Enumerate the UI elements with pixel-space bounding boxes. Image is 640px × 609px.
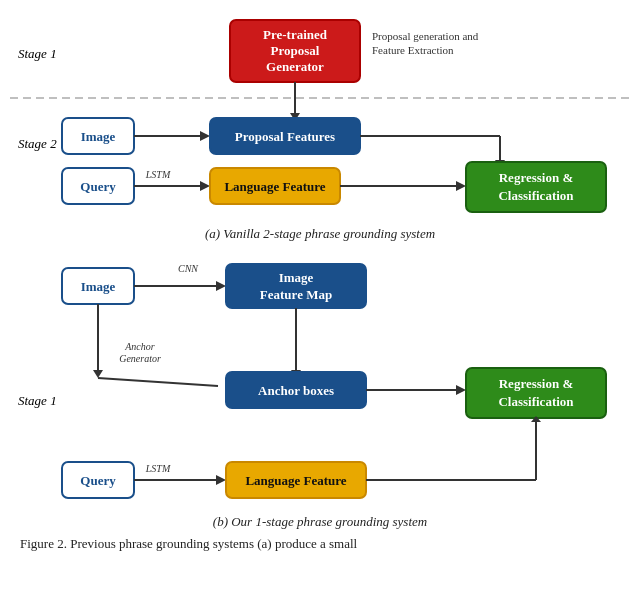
pretrained-text1: Pre-trained xyxy=(263,27,328,42)
cnn-label: CNN xyxy=(178,263,199,274)
caption-b: (b) Our 1-stage phrase grounding system xyxy=(213,514,427,529)
arrow-query-lang-a-head xyxy=(200,181,210,191)
figure-caption: Figure 2. Previous phrase grounding syst… xyxy=(20,536,358,551)
anchor-gen-label1: Anchor xyxy=(124,341,155,352)
reg-class-a-text1: Regression & xyxy=(499,170,574,185)
lang-feat-a-text: Language Feature xyxy=(224,179,325,194)
proposal-gen-label1: Proposal generation and xyxy=(372,30,479,42)
lstm-b-label: LSTM xyxy=(145,463,171,474)
lstm-a-label: LSTM xyxy=(145,169,171,180)
proposal-features-text: Proposal Features xyxy=(235,129,335,144)
arrow-query-lang-b-head xyxy=(216,475,226,485)
image-a-text: Image xyxy=(81,129,116,144)
arrow-anch-horiz xyxy=(98,378,218,386)
reg-class-b-text1: Regression & xyxy=(499,376,574,391)
query-b-text: Query xyxy=(80,473,116,488)
proposal-gen-label2: Feature Extraction xyxy=(372,44,454,56)
stage2-label: Stage 2 xyxy=(18,136,57,151)
arrow-anchor-reg-head xyxy=(456,385,466,395)
main-container: Stage 1 Pre-trained Proposal Generator P… xyxy=(0,0,640,578)
arrow-img-anchor-head xyxy=(93,370,103,378)
arrow-img-ifm-head xyxy=(216,281,226,291)
pretrained-text2: Proposal xyxy=(271,43,320,58)
caption-a: (a) Vanilla 2-stage phrase grounding sys… xyxy=(205,226,435,241)
stage1-label: Stage 1 xyxy=(18,46,57,61)
pretrained-text3: Generator xyxy=(266,59,324,74)
arrow-img-proposal-head xyxy=(200,131,210,141)
img-feat-map-text1: Image xyxy=(279,270,314,285)
stage1b-label: Stage 1 xyxy=(18,393,57,408)
arrow-lang-reg-a-head xyxy=(456,181,466,191)
query-a-text: Query xyxy=(80,179,116,194)
diagram-svg: Stage 1 Pre-trained Proposal Generator P… xyxy=(10,10,630,570)
diagram-area: Stage 1 Pre-trained Proposal Generator P… xyxy=(10,10,630,570)
anchor-boxes-text: Anchor boxes xyxy=(258,383,334,398)
image-b-text: Image xyxy=(81,279,116,294)
img-feat-map-text2: Feature Map xyxy=(260,287,332,302)
lang-feat-b-text: Language Feature xyxy=(245,473,346,488)
reg-class-a-text2: Classification xyxy=(498,188,574,203)
anchor-gen-label2: Generator xyxy=(119,353,161,364)
reg-class-b-text2: Classification xyxy=(498,394,574,409)
